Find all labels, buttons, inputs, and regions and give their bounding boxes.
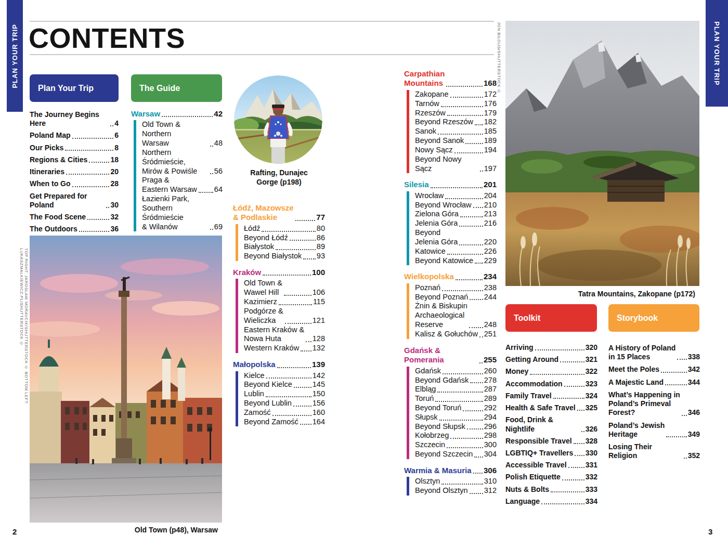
dotted-leader (581, 431, 584, 432)
toc-entry-label: Tarnów (415, 99, 439, 109)
caption-old-town: Old Town (p48), Warsaw (30, 526, 218, 535)
toc-entry: Katowice226 (415, 247, 497, 256)
toc-entry-label: Rzeszów (415, 109, 446, 118)
toc-entry-label: Kraków (233, 268, 261, 277)
dotted-leader (463, 410, 483, 411)
dotted-leader (475, 124, 483, 125)
dotted-leader (441, 106, 483, 107)
toc-entry: When to Go28 (30, 179, 119, 188)
page-number-left: 2 (12, 527, 17, 536)
dotted-leader (438, 134, 483, 135)
toc-entry-label: Losing Their Religion (608, 442, 682, 460)
toc-entry-page: 182 (484, 118, 497, 127)
toc-entry-page: 255 (484, 355, 497, 364)
toc-entry-page: 234 (484, 272, 497, 281)
toc-entry: Western Kraków132 (244, 344, 325, 353)
toc-entry-page: 28 (110, 179, 119, 188)
storybook-list: A History of Poland in 15 Places338Meet … (608, 344, 700, 464)
dotted-leader (263, 275, 311, 276)
toc-entry: Kraków100 (233, 268, 325, 277)
toc-entry-label: The Outdoors (30, 225, 77, 233)
dotted-leader (266, 377, 311, 379)
dotted-leader (87, 219, 109, 220)
toc-entry-label: Wielkopolska (404, 272, 454, 281)
toolkit-list: Arriving320Getting Around321Money322Acco… (505, 343, 597, 509)
toc-entry-label: Accessible Travel (505, 461, 567, 470)
toc-entry: Szczecin300 (415, 440, 497, 450)
dotted-leader (284, 295, 311, 296)
toc-entry: Warmia & Masuria306 (404, 466, 497, 475)
dotted-leader (541, 503, 584, 504)
toc-entry: Beyond Olsztyn312 (415, 486, 497, 496)
toc-entry-label: Łazienki Park, Southern Śródmieście & Wi… (142, 194, 209, 231)
toc-entry-page: 42 (214, 109, 223, 119)
plan-your-trip-button: Plan Your Trip (30, 74, 119, 102)
toc-entry-page: 69 (214, 223, 223, 232)
toc-entry-label: Małopolska (233, 360, 276, 369)
toc-entry: Eastern Kraków & Nowa Huta128 (244, 325, 325, 344)
dotted-leader (574, 443, 584, 444)
toc-entry: Sanok185 (415, 127, 497, 136)
dotted-leader (684, 458, 687, 459)
toc-entry: Poland Map6 (30, 131, 119, 140)
toc-entry-page: 292 (484, 403, 497, 413)
toc-entry: A Majestic Land344 (608, 378, 700, 387)
dotted-leader (290, 240, 316, 241)
dotted-leader (473, 473, 483, 474)
toc-entry-label: The Journey Begins Here (30, 110, 109, 128)
toc-entry-label: Beyond Wrocław (415, 201, 472, 210)
toc-entry-page: 294 (484, 413, 497, 422)
toc-entry-page: 176 (484, 99, 497, 109)
toc-entry-label: Beyond Olsztyn (415, 486, 468, 496)
toc-entry: Money322 (505, 367, 597, 376)
toc-entry: Żnin & Biskupin Archaeological Reserve24… (415, 302, 497, 329)
section-items: Old Town & Northern Warsaw48Northern Śró… (134, 120, 223, 231)
toc-entry: Losing Their Religion352 (608, 442, 700, 460)
contents-page: PLAN YOUR TRIP PLAN YOUR TRIP CONTENTS P… (0, 0, 728, 560)
toc-entry-label: Old Town & Wawel Hill (244, 279, 282, 297)
toc-entry-label: Beyond Sanok (415, 136, 464, 146)
toc-entry-label: Beyond Zamość (244, 418, 298, 427)
dotted-leader (475, 263, 483, 264)
toc-entry-page: 185 (484, 127, 497, 136)
toc-entry-page: 213 (484, 210, 497, 219)
toc-entry-label: Responsible Travel (505, 437, 572, 446)
toc-entry-page: 333 (586, 485, 597, 494)
toc-entry: Language334 (505, 497, 597, 506)
toc-entry-page: 298 (484, 431, 497, 440)
dotted-leader (79, 231, 110, 232)
toc-entry-label: Regions & Cities (30, 155, 87, 164)
toc-entry-page: 150 (313, 389, 325, 399)
toc-entry-label: Szczecin (415, 440, 445, 450)
toc-entry-label: Beyond Słupsk (415, 422, 465, 432)
toc-entry: Lublin150 (244, 389, 325, 399)
toc-entry: Beyond Toruń292 (415, 403, 497, 413)
dotted-leader (210, 146, 213, 147)
toc-entry-label: Western Kraków (244, 344, 299, 353)
toc-entry: Małopolska139 (233, 360, 325, 369)
toc-entry: Słupsk294 (415, 413, 497, 422)
guide-column-3: Carpathian Mountains168Zakopane172Tarnów… (404, 69, 497, 502)
toc-entry-label: Beyond Nowy Sącz (415, 155, 478, 174)
header-rule-top (30, 21, 494, 22)
right-chapter-tab: PLAN YOUR TRIP (706, 0, 728, 107)
toc-entry: Beyond Jelenia Góra220 (415, 228, 497, 247)
toc-entry-label: Nowy Sącz (415, 146, 453, 155)
toc-entry: Nuts & Bolts333 (505, 485, 597, 494)
toc-entry-label: Beyond Toruń (415, 403, 461, 413)
dotted-leader (480, 171, 483, 172)
dotted-leader (479, 362, 483, 363)
dotted-leader (277, 367, 311, 368)
photo-credit-left: TOP RIGHT: JAROSLAW MORAVCIK/SHUTTERSTOC… (19, 248, 29, 466)
toc-entry: Itineraries20 (30, 167, 119, 176)
toc-entry-page: 132 (313, 344, 325, 353)
photo-credit-left-text: TOP RIGHT: JAROSLAW MORAVCIK/SHUTTERSTOC… (19, 248, 29, 466)
section-items: Gdańsk260Beyond Gdańsk278Elbląg287Toruń2… (407, 367, 497, 459)
guide-column-2: Rafting, Dunajec Gorge (p198) Łódź, Mazo… (233, 75, 325, 433)
toc-entry-label: Accommodation (505, 380, 563, 388)
section-lodz: Łódź, Mazowsze & Podlaskie77Łódź80Beyond… (233, 203, 325, 261)
dotted-leader (535, 349, 584, 350)
dotted-leader (306, 341, 311, 342)
toc-entry-page: 334 (586, 497, 597, 506)
toc-entry-page: 56 (214, 167, 223, 176)
